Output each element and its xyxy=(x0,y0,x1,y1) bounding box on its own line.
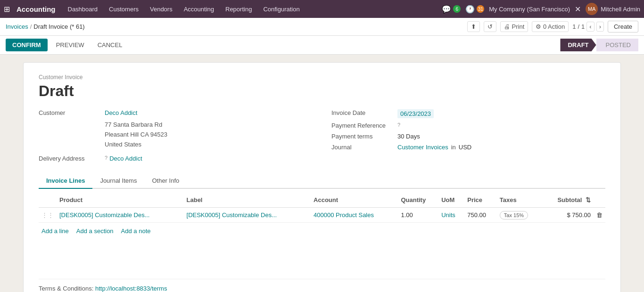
invoice-date-value[interactable]: 06/23/2023 xyxy=(397,109,434,118)
invoice-type-label: Customer Invoice xyxy=(39,74,605,81)
tax-badge: Tax 15% xyxy=(500,211,528,219)
activities-count: 31 xyxy=(477,5,484,13)
journal-currency-prefix: in xyxy=(451,144,456,151)
row-uom[interactable]: Units xyxy=(438,208,464,223)
invoice-date-row: Invoice Date 06/23/2023 xyxy=(331,109,605,118)
terms-section: Terms & Conditions: http://localhost:883… xyxy=(39,279,605,292)
row-product[interactable]: [DESK0005] Customizable Des... xyxy=(57,208,184,223)
customer-label: Customer xyxy=(39,109,105,116)
main-scroll-area[interactable]: Customer Invoice Draft Customer Deco Add… xyxy=(0,55,644,292)
add-line-area: Add a line Add a section Add a note xyxy=(39,223,605,239)
payment-ref-row: Payment Reference ? xyxy=(331,122,605,129)
confirm-button[interactable]: CONFIRM xyxy=(6,39,48,51)
top-navigation: ⊞ Accounting Dashboard Customers Vendors… xyxy=(0,0,644,18)
customer-addr-line1: 77 Santa Barbara Rd xyxy=(105,120,313,130)
row-taxes[interactable]: Tax 15% xyxy=(497,208,542,223)
customer-addr-line2: Pleasant Hill CA 94523 xyxy=(105,130,313,140)
delivery-value[interactable]: Deco Addict xyxy=(109,155,142,162)
action-label: 0 Action xyxy=(543,23,565,30)
row-label[interactable]: [DESK0005] Customizable Des... xyxy=(184,208,311,223)
breadcrumb-current: Draft Invoice (* 61) xyxy=(33,23,84,30)
page-current: 1 xyxy=(572,23,576,30)
nav-customers[interactable]: Customers xyxy=(104,4,143,15)
nav-dashboard[interactable]: Dashboard xyxy=(63,4,103,15)
page-navigation: 1 / 1 ‹ › xyxy=(572,22,604,32)
tab-journal-items[interactable]: Journal Items xyxy=(92,173,144,189)
journal-row: Journal Customer Invoices in USD xyxy=(331,144,605,151)
tab-invoice-lines[interactable]: Invoice Lines xyxy=(39,173,92,189)
invoice-lines-table: Product Label Account Quantity UoM Price… xyxy=(39,193,605,223)
company-name: My Company (San Francisco) xyxy=(489,6,570,13)
col-account: Account xyxy=(311,193,398,208)
invoice-date-label: Invoice Date xyxy=(331,109,397,118)
invoice-left-fields: Customer Deco Addict 77 Santa Barbara Rd… xyxy=(39,109,313,166)
customer-row: Customer Deco Addict xyxy=(39,109,313,116)
breadcrumb-separator: / xyxy=(30,23,32,30)
col-product: Product xyxy=(57,193,184,208)
customer-addr-line3: United States xyxy=(105,140,313,150)
nav-reporting[interactable]: Reporting xyxy=(221,4,256,15)
status-draft: DRAFT xyxy=(560,39,596,51)
delivery-help-icon: ? xyxy=(105,155,107,162)
col-price: Price xyxy=(464,193,497,208)
nav-vendors[interactable]: Vendors xyxy=(145,4,177,15)
tools-icon[interactable]: ✕ xyxy=(575,5,581,14)
status-area: DRAFT POSTED xyxy=(560,39,638,51)
terms-label: Terms & Conditions: xyxy=(39,285,93,292)
row-account[interactable]: 400000 Product Sales xyxy=(311,208,398,223)
invoice-status-title: Draft xyxy=(39,82,605,100)
print-button[interactable]: 🖨 Print xyxy=(500,21,528,32)
col-delete xyxy=(594,193,605,208)
delivery-label: Delivery Address xyxy=(39,155,105,162)
grid-icon[interactable]: ⊞ xyxy=(4,5,10,14)
payment-terms-label: Payment terms xyxy=(331,133,397,140)
upload-button[interactable]: ⬆ xyxy=(467,21,480,32)
next-page-button[interactable]: › xyxy=(596,22,604,32)
add-note-link[interactable]: Add a note xyxy=(121,227,151,235)
messages-badge[interactable]: 💬 6 xyxy=(442,5,461,14)
row-delete[interactable]: 🗑 xyxy=(594,208,605,223)
create-button[interactable]: Create xyxy=(608,21,638,32)
cancel-button[interactable]: CANCEL xyxy=(93,39,127,51)
prev-page-button[interactable]: ‹ xyxy=(586,22,594,32)
invoice-card: Customer Invoice Draft Customer Deco Add… xyxy=(23,62,621,292)
sub-header-right: ⬆ ↺ 🖨 Print ⚙ 0 Action 1 / 1 ‹ › Create xyxy=(467,21,638,32)
payment-terms-row: Payment terms 30 Days xyxy=(331,133,605,140)
row-price[interactable]: 750.00 xyxy=(464,208,497,223)
app-logo[interactable]: ⊞ xyxy=(4,5,13,14)
preview-button[interactable]: PREVIEW xyxy=(51,39,89,51)
gear-icon: ⚙ xyxy=(536,23,541,30)
journal-value[interactable]: Customer Invoices xyxy=(397,144,448,151)
payment-ref-label: Payment Reference xyxy=(331,122,397,129)
nav-accounting[interactable]: Accounting xyxy=(179,4,219,15)
col-taxes: Taxes xyxy=(497,193,542,208)
journal-currency: USD xyxy=(459,144,471,151)
action-bar: CONFIRM PREVIEW CANCEL DRAFT POSTED xyxy=(0,36,644,55)
nav-configuration[interactable]: Configuration xyxy=(258,4,304,15)
print-label: Print xyxy=(512,23,525,30)
action-button[interactable]: ⚙ 0 Action xyxy=(532,21,569,32)
breadcrumb: Invoices / Draft Invoice (* 61) xyxy=(6,23,467,30)
user-area[interactable]: MA Mitchell Admin xyxy=(586,3,640,15)
row-quantity[interactable]: 1.00 xyxy=(398,208,438,223)
messages-count: 6 xyxy=(453,5,461,13)
breadcrumb-invoices[interactable]: Invoices xyxy=(6,23,28,30)
tab-other-info[interactable]: Other Info xyxy=(144,173,187,189)
row-subtotal: $ 750.00 xyxy=(542,208,594,223)
refresh-button[interactable]: ↺ xyxy=(484,21,496,32)
page-sep: / xyxy=(578,23,579,30)
drag-handle[interactable]: ⋮⋮ xyxy=(39,208,57,223)
print-icon: 🖨 xyxy=(504,23,510,30)
add-section-link[interactable]: Add a section xyxy=(76,227,114,235)
reorder-icon[interactable]: ⇅ xyxy=(586,196,591,203)
app-name: Accounting xyxy=(17,5,56,13)
top-right-area: 💬 6 🕐 31 My Company (San Francisco) ✕ MA… xyxy=(442,3,640,15)
delivery-row: Delivery Address ? Deco Addict xyxy=(39,155,313,162)
user-name: Mitchell Admin xyxy=(601,6,640,13)
activities-badge[interactable]: 🕐 31 xyxy=(465,5,484,14)
customer-value[interactable]: Deco Addict xyxy=(105,109,137,116)
tabs: Invoice Lines Journal Items Other Info xyxy=(39,173,605,189)
col-quantity: Quantity xyxy=(398,193,438,208)
add-line-link[interactable]: Add a line xyxy=(41,227,69,235)
terms-link[interactable]: http://localhost:8833/terms xyxy=(95,285,167,292)
